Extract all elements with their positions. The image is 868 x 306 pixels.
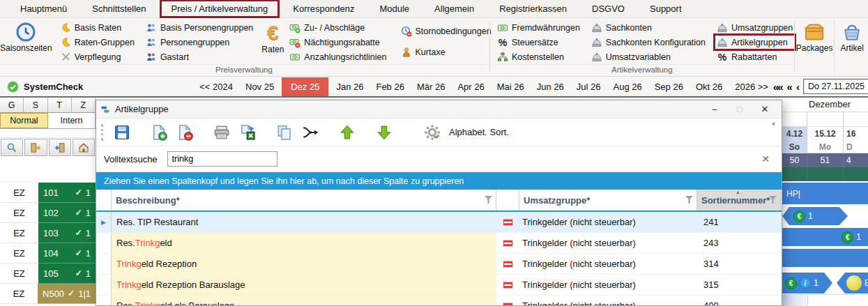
- ribbon-anzahlungsrichtlinien-button[interactable]: Anzahlungsrichtlinien: [287, 49, 388, 64]
- table-row[interactable]: Res. Trinkgeld als Barauslage Trinkgelde…: [96, 296, 782, 305]
- print-button[interactable]: [211, 122, 232, 143]
- month-item[interactable]: Sep 26: [650, 78, 688, 95]
- move-up-button[interactable]: [337, 122, 358, 143]
- filter-funnel-icon[interactable]: [769, 196, 777, 204]
- close-button[interactable]: ✕: [752, 101, 777, 117]
- systemcheck[interactable]: SystemCheck: [7, 81, 83, 93]
- dialog-titlebar[interactable]: Artikelgruppe – □ ✕: [96, 100, 782, 118]
- month-item-selected[interactable]: Dez 25: [282, 77, 328, 96]
- prev-year-link[interactable]: << 2024: [195, 78, 238, 95]
- tab-allgemein[interactable]: Allgemein: [424, 1, 485, 17]
- room-row[interactable]: EZ 104✓1: [0, 243, 96, 263]
- ribbon-basis-raten-button[interactable]: Basis Raten: [59, 20, 137, 35]
- ribbon-fremdwaehrungen-button[interactable]: Fremdwährungen: [495, 20, 582, 35]
- tab-module[interactable]: Module: [369, 1, 420, 17]
- next-year-link[interactable]: 2026 >>: [730, 78, 773, 95]
- search-input[interactable]: [167, 151, 277, 167]
- ribbon-steuersaetze-button[interactable]: %Steuersätze: [495, 35, 582, 49]
- reservation-bar[interactable]: HP|: [782, 183, 868, 204]
- nav-back-icon[interactable]: «: [787, 82, 791, 92]
- ribbon-naechtigungsrabatte-button[interactable]: Nächtigungsrabatte: [287, 35, 388, 49]
- room-row[interactable]: EZ N500✓1|1: [0, 284, 96, 304]
- tab-schnittstellen[interactable]: Schnittstellen: [82, 1, 156, 17]
- save-button[interactable]: [112, 122, 132, 143]
- delete-record-button[interactable]: [174, 122, 195, 143]
- copy-button[interactable]: [274, 122, 295, 143]
- ribbon-saisonszeiten-button[interactable]: Saisonszeiten: [0, 20, 52, 53]
- home-button[interactable]: [73, 139, 95, 156]
- column-header-flag[interactable]: [496, 190, 519, 211]
- maximize-button[interactable]: □: [727, 101, 752, 117]
- column-header-umsatzgruppe[interactable]: Umsatzgruppe*: [519, 190, 697, 211]
- ribbon-umsatzgruppen-button[interactable]: Umsatzgruppen: [715, 20, 795, 35]
- ribbon-verpflegung-button[interactable]: Verpflegung: [59, 49, 137, 64]
- ribbon-kurtaxe-button[interactable]: Kurtaxe: [399, 45, 494, 59]
- clear-search-icon[interactable]: ✕: [757, 153, 774, 165]
- ribbon-gastart-button[interactable]: Gastart: [144, 49, 255, 64]
- toolbar-drag-handle[interactable]: [101, 124, 105, 141]
- month-item[interactable]: Okt 26: [691, 78, 727, 95]
- month-item[interactable]: Jun 26: [532, 78, 569, 95]
- ribbon-sachkonten-konfiguration-button[interactable]: Sachkonten Konfiguration: [589, 35, 708, 49]
- nav-step-back-icon[interactable]: ‹: [796, 82, 798, 92]
- filter-funnel-icon[interactable]: [485, 196, 492, 204]
- column-header-t[interactable]: T: [48, 98, 72, 113]
- checkout-button[interactable]: [49, 139, 71, 156]
- ribbon-raten-button[interactable]: € Raten: [261, 20, 284, 54]
- column-header-z[interactable]: Z: [72, 98, 96, 113]
- filter-funnel-icon[interactable]: [685, 196, 693, 204]
- ribbon-sachkonten-button[interactable]: Sachkonten: [589, 20, 708, 35]
- ribbon-artikel-button[interactable]: Artikel: [836, 18, 868, 76]
- search-rooms-button[interactable]: [1, 139, 23, 156]
- ribbon-raten-gruppen-button[interactable]: Raten-Gruppen: [59, 35, 137, 49]
- export-excel-button[interactable]: [237, 122, 258, 143]
- tab-korrespondenz[interactable]: Korrespondenz: [282, 1, 365, 17]
- ribbon-artikelgruppen-button[interactable]: Artikelgruppen: [715, 35, 795, 49]
- reservation-bar[interactable]: [782, 249, 868, 267]
- month-item[interactable]: Apr 26: [452, 78, 489, 95]
- table-row[interactable]: ▶ Res. TIP Restaurant Trinkgelder (nicht…: [96, 212, 782, 233]
- table-row[interactable]: Trinkgeld Rezeption Barauslage Trinkgeld…: [96, 275, 782, 296]
- month-item[interactable]: Mai 26: [492, 78, 529, 95]
- reservation-bar[interactable]: € i 1: [782, 273, 832, 293]
- tab-registrierkassen[interactable]: Registrierkassen: [489, 1, 577, 17]
- toolbar-overflow-icon[interactable]: ▾: [772, 120, 775, 128]
- alphabet-sort-button[interactable]: [422, 122, 443, 143]
- ribbon-personengruppen-button[interactable]: Personengruppen: [144, 35, 255, 49]
- new-record-button[interactable]: [149, 122, 169, 143]
- reservation-bar[interactable]: Bec: [837, 273, 868, 293]
- month-item[interactable]: Mär 26: [412, 78, 450, 95]
- table-row[interactable]: Res. Trinkgeld Trinkgelder (nicht steuer…: [96, 233, 782, 254]
- table-row[interactable]: Trinkgeld Rezeption Trinkgelder (nicht s…: [96, 254, 782, 275]
- tab-dsgvo[interactable]: DSGVO: [581, 1, 635, 17]
- month-item[interactable]: Jul 26: [572, 78, 606, 95]
- ribbon-zu-abschlaege-button[interactable]: Zu- / Abschläge: [287, 20, 388, 35]
- reservation-bar[interactable]: € 1: [782, 207, 848, 225]
- room-row[interactable]: EZ 101✓1: [0, 183, 96, 203]
- room-row[interactable]: EZ 105✓1: [0, 263, 96, 284]
- checkin-button[interactable]: [24, 139, 47, 156]
- ribbon-packages-button[interactable]: Packages: [796, 18, 833, 76]
- tab-support[interactable]: Support: [639, 1, 692, 17]
- ribbon-rabattarten-button[interactable]: %Rabattarten: [715, 49, 795, 64]
- nav-fast-back-icon[interactable]: ««: [773, 82, 782, 92]
- ribbon-kostenstellen-button[interactable]: Kostenstellen: [495, 49, 582, 64]
- ribbon-umsatzvariablen-button[interactable]: Umsatzvariablen: [589, 49, 708, 64]
- date-combobox[interactable]: Do 27.11.2025 ▼: [803, 79, 868, 94]
- column-header-s[interactable]: S: [24, 98, 47, 113]
- reservation-bar[interactable]: € 1: [782, 228, 868, 246]
- room-row[interactable]: EZ 102✓1: [0, 203, 96, 223]
- column-header-sortiernummer[interactable]: ▲ Sortiernummer*: [697, 190, 781, 211]
- minimize-button[interactable]: –: [702, 101, 727, 117]
- column-header-beschreibung[interactable]: Beschreibung*: [112, 190, 496, 211]
- tab-hauptmenu[interactable]: Hauptmenü: [10, 1, 77, 17]
- tab-preis-artikelverwaltung[interactable]: Preis / Artikelverwaltung: [161, 1, 279, 17]
- move-down-button[interactable]: [374, 122, 395, 143]
- tab-intern[interactable]: Intern: [48, 113, 96, 128]
- room-row[interactable]: EZ 103✓1: [0, 223, 96, 243]
- column-header-g[interactable]: G: [0, 98, 24, 113]
- month-item[interactable]: Nov 25: [241, 78, 279, 95]
- ribbon-basis-personengruppen-button[interactable]: Basis Personengruppen: [144, 20, 255, 35]
- month-item[interactable]: Aug 26: [609, 78, 647, 95]
- group-by-hint-band[interactable]: Ziehen Sie einen Spaltenkopf und legen S…: [96, 172, 782, 190]
